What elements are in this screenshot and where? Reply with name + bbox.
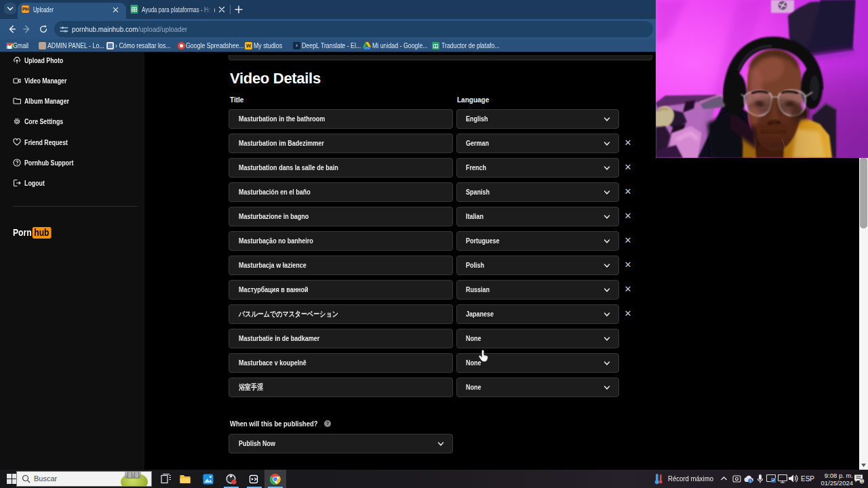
svg-text:1: 1 [861, 479, 863, 483]
svg-text:i: i [750, 479, 751, 483]
